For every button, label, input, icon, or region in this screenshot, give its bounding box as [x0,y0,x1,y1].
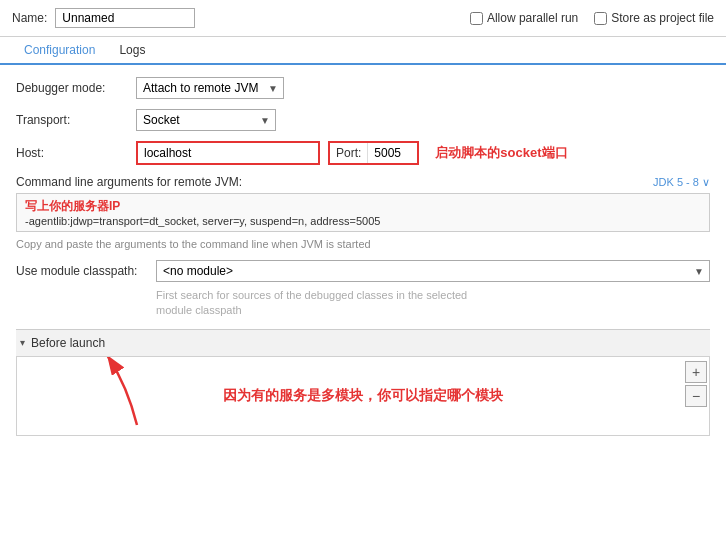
cmd-label-text: Command line arguments for remote JVM: [16,175,242,189]
side-buttons: + − [683,357,709,411]
store-project-checkbox[interactable] [594,12,607,25]
store-project-label: Store as project file [611,11,714,25]
remove-button[interactable]: − [685,385,707,407]
arrow-svg [77,356,197,435]
before-launch-header[interactable]: ▾ Before launch [16,330,710,356]
tab-configuration[interactable]: Configuration [12,37,107,65]
allow-parallel-label: Allow parallel run [487,11,578,25]
module-select[interactable]: <no module> [156,260,710,282]
port-label: Port: [330,143,367,163]
debugger-mode-select[interactable]: Attach to remote JVM [136,77,284,99]
before-launch-body: 因为有的服务是多模块，你可以指定哪个模块 + − [16,356,710,436]
socket-port-annotation: 启动脚本的socket端口 [435,144,567,162]
module-hint-line1: First search for sources of the debugged… [156,289,467,301]
debugger-mode-label: Debugger mode: [16,81,136,95]
host-label: Host: [16,146,136,160]
name-label: Name: [12,11,47,25]
module-select-wrapper: <no module> ▼ [156,260,710,282]
module-hint: First search for sources of the debugged… [156,288,710,319]
module-hint-line2: module classpath [156,304,242,316]
transport-select[interactable]: Socket [136,109,276,131]
module-label: Use module classpath: [16,264,156,278]
debugger-mode-row: Debugger mode: Attach to remote JVM ▼ [16,77,710,99]
before-launch-triangle-icon: ▾ [20,337,25,348]
before-launch-label: Before launch [31,336,105,350]
title-checkboxes: Allow parallel run Store as project file [470,11,714,25]
host-port-row: Host: Port: 启动脚本的socket端口 [16,141,710,165]
title-bar: Name: Allow parallel run Store as projec… [0,0,726,37]
cmd-box: 写上你的服务器IP -agentlib:jdwp=transport=dt_so… [16,193,710,232]
server-ip-annotation: 写上你的服务器IP [25,199,120,213]
module-row: Use module classpath: <no module> ▼ [16,260,710,282]
cmd-value-text: -agentlib:jdwp=transport=dt_socket, serv… [25,215,380,227]
run-configuration-dialog: Name: Allow parallel run Store as projec… [0,0,726,560]
host-input[interactable] [138,143,318,163]
cmd-box-wrapper: 写上你的服务器IP -agentlib:jdwp=transport=dt_so… [16,193,710,232]
store-project-checkbox-label[interactable]: Store as project file [594,11,714,25]
content-area: Debugger mode: Attach to remote JVM ▼ Tr… [0,65,726,560]
add-button[interactable]: + [685,361,707,383]
cmd-section: Command line arguments for remote JVM: J… [16,175,710,250]
transport-row: Transport: Socket ▼ [16,109,710,131]
name-input[interactable] [55,8,195,28]
port-input[interactable] [367,143,417,163]
transport-label: Transport: [16,113,136,127]
allow-parallel-checkbox[interactable] [470,12,483,25]
allow-parallel-checkbox-label[interactable]: Allow parallel run [470,11,578,25]
transport-select-wrapper: Socket ▼ [136,109,276,131]
host-input-wrapper [136,141,320,165]
tab-logs[interactable]: Logs [107,37,157,65]
before-launch-annotation: 因为有的服务是多模块，你可以指定哪个模块 [223,387,503,405]
port-wrapper: Port: [328,141,419,165]
tabs-bar: Configuration Logs [0,37,726,65]
cmd-hint: Copy and paste the arguments to the comm… [16,238,710,250]
debugger-mode-select-wrapper: Attach to remote JVM ▼ [136,77,284,99]
jdk-version-link[interactable]: JDK 5 - 8 ∨ [653,176,710,189]
before-launch-section: ▾ Before launch 因为有的服务是多模块，你可以指定哪个模块 + − [16,329,710,436]
cmd-label-row: Command line arguments for remote JVM: J… [16,175,710,189]
